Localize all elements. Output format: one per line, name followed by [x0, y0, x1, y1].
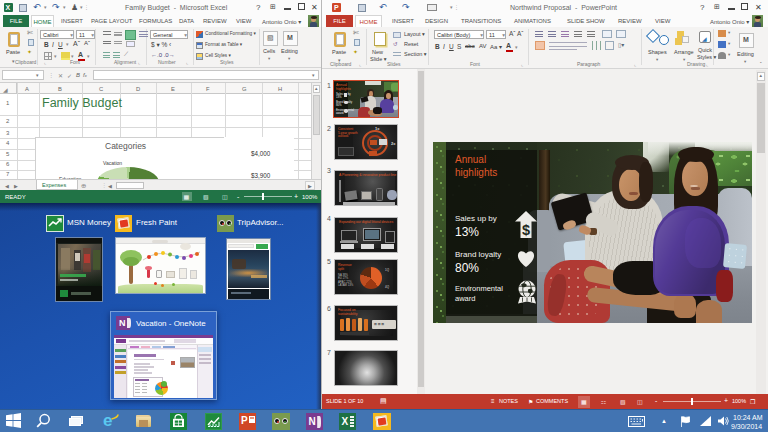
svg-text:$: $ [522, 222, 530, 238]
